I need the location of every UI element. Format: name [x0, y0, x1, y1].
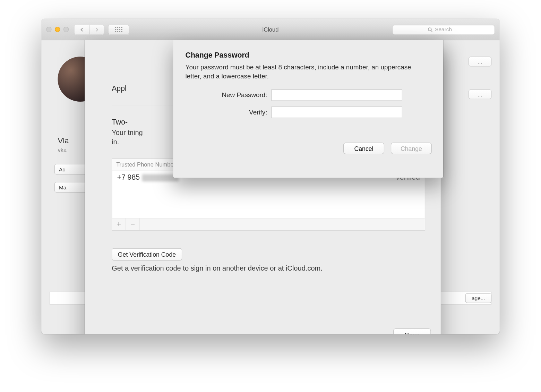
titlebar: iCloud — [41, 19, 500, 40]
window-minimize-button[interactable] — [55, 27, 60, 32]
new-password-label: New Password: — [186, 91, 272, 99]
search-field[interactable] — [393, 24, 495, 34]
user-subtitle: vka — [58, 146, 67, 153]
change-button[interactable]: Change — [391, 143, 432, 154]
table-footer: + − — [112, 218, 425, 230]
window-traffic-lights — [46, 27, 69, 32]
two-factor-section: Two- Your t ning in. — [112, 118, 143, 147]
change-password-sheet: Change Password Your password must be at… — [173, 40, 443, 178]
show-all-button[interactable] — [108, 24, 129, 34]
apple-id-row-label: Appl — [112, 84, 127, 93]
sheet-description: Your password must be at least 8 charact… — [186, 62, 423, 80]
user-name: Vla — [58, 136, 69, 145]
svg-point-0 — [428, 27, 431, 31]
back-button[interactable] — [75, 24, 89, 34]
search-icon — [428, 27, 432, 32]
window-zoom-button[interactable] — [63, 27, 69, 32]
two-factor-label: Two- — [112, 118, 143, 127]
cancel-button[interactable]: Cancel — [343, 143, 384, 154]
new-password-input[interactable] — [271, 89, 402, 101]
window-close-button[interactable] — [46, 27, 51, 32]
grid-icon — [115, 27, 122, 32]
get-verification-code-button[interactable]: Get Verification Code — [112, 248, 182, 260]
search-input[interactable] — [435, 26, 460, 32]
options-button-stub-1[interactable]: ... — [469, 57, 491, 66]
verify-password-label: Verify: — [186, 109, 272, 116]
nav-back-forward — [75, 24, 104, 34]
verification-code-desc: Get a verification code to sign in on an… — [112, 264, 323, 273]
options-button-stub-2[interactable]: ... — [469, 89, 491, 99]
done-button[interactable]: Done — [393, 328, 431, 334]
verify-password-input[interactable] — [271, 106, 402, 118]
forward-button[interactable] — [89, 24, 104, 34]
svg-line-1 — [431, 30, 432, 32]
icloud-preferences-window: iCloud Vla vka Ac Ma ... ... age... Appl… — [41, 19, 500, 334]
add-phone-button[interactable]: + — [112, 218, 126, 230]
remove-phone-button[interactable]: − — [126, 218, 140, 230]
manage-storage-button[interactable]: age... — [465, 293, 492, 303]
sheet-title: Change Password — [186, 51, 431, 59]
two-factor-desc: Your t ning in. — [112, 128, 143, 147]
phone-number: +7 985 — [117, 173, 179, 181]
